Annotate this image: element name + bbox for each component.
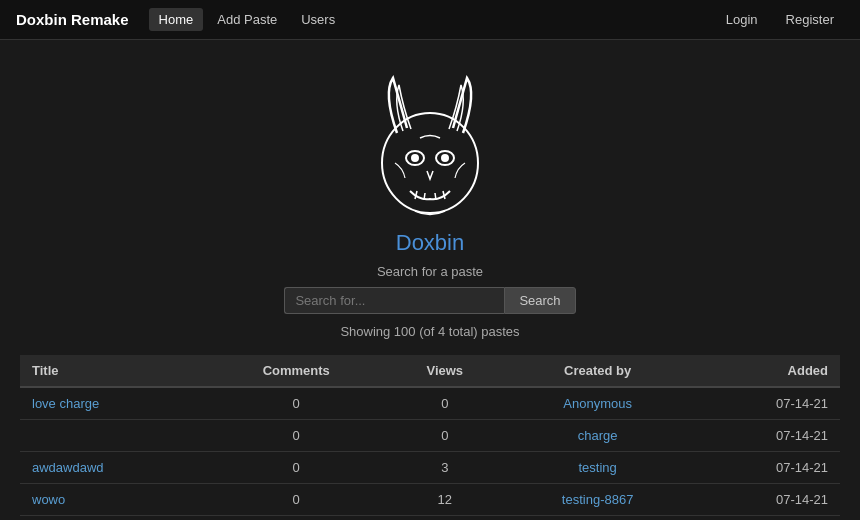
site-title[interactable]: Doxbin (396, 230, 464, 256)
table-row: 00charge07-14-21 (20, 420, 840, 452)
cell-title: wowo (20, 484, 207, 516)
search-input[interactable] (284, 287, 504, 314)
paste-title-link[interactable]: love charge (32, 396, 99, 411)
search-button[interactable]: Search (504, 287, 575, 314)
col-added: Added (691, 355, 840, 387)
svg-line-5 (415, 191, 417, 199)
cell-created-by-link[interactable]: testing-8867 (562, 492, 634, 507)
register-button[interactable]: Register (776, 8, 844, 31)
navbar: Doxbin Remake Home Add Paste Users Login… (0, 0, 860, 40)
search-label: Search for a paste (377, 264, 483, 279)
col-title: Title (20, 355, 207, 387)
cell-created-by-link[interactable]: Anonymous (563, 396, 632, 411)
cell-title: love charge (20, 387, 207, 420)
cell-views: 12 (385, 484, 504, 516)
table-row: awdawdawd03testing07-14-21 (20, 452, 840, 484)
cell-added: 07-14-21 (691, 452, 840, 484)
cell-comments: 0 (207, 420, 385, 452)
table-row: wowo012testing-886707-14-21 (20, 484, 840, 516)
cell-comments: 0 (207, 484, 385, 516)
nav-home[interactable]: Home (149, 8, 204, 31)
cell-views: 0 (385, 387, 504, 420)
col-views: Views (385, 355, 504, 387)
cell-created-by: Anonymous (504, 387, 691, 420)
svg-line-8 (443, 191, 445, 199)
cell-title (20, 420, 207, 452)
cell-created-by: testing-8867 (504, 484, 691, 516)
svg-point-4 (441, 154, 449, 162)
cell-added: 07-14-21 (691, 420, 840, 452)
col-comments: Comments (207, 355, 385, 387)
cell-created-by: charge (504, 420, 691, 452)
main-content: Doxbin Search for a paste Search Showing… (0, 40, 860, 520)
svg-line-7 (435, 193, 436, 200)
svg-point-3 (411, 154, 419, 162)
cell-added: 07-14-21 (691, 387, 840, 420)
table-header: Title Comments Views Created by Added (20, 355, 840, 387)
paste-title-link[interactable]: awdawdawd (32, 460, 104, 475)
search-row: Search (284, 287, 575, 314)
site-logo (360, 60, 500, 220)
cell-title: awdawdawd (20, 452, 207, 484)
paste-title-link[interactable]: wowo (32, 492, 65, 507)
showing-text-top: Showing 100 (of 4 total) pastes (340, 324, 519, 339)
col-created-by: Created by (504, 355, 691, 387)
nav-links: Home Add Paste Users (149, 8, 716, 31)
table-body: love charge00Anonymous07-14-2100charge07… (20, 387, 840, 516)
svg-line-6 (424, 193, 425, 200)
cell-created-by-link[interactable]: charge (578, 428, 618, 443)
cell-created-by: testing (504, 452, 691, 484)
nav-users[interactable]: Users (291, 8, 345, 31)
cell-added: 07-14-21 (691, 484, 840, 516)
navbar-brand: Doxbin Remake (16, 11, 129, 28)
table-row: love charge00Anonymous07-14-21 (20, 387, 840, 420)
paste-table: Title Comments Views Created by Added lo… (20, 355, 840, 516)
login-button[interactable]: Login (716, 8, 768, 31)
cell-comments: 0 (207, 452, 385, 484)
cell-comments: 0 (207, 387, 385, 420)
nav-add-paste[interactable]: Add Paste (207, 8, 287, 31)
cell-views: 0 (385, 420, 504, 452)
cell-views: 3 (385, 452, 504, 484)
navbar-right: Login Register (716, 8, 844, 31)
cell-created-by-link[interactable]: testing (578, 460, 616, 475)
